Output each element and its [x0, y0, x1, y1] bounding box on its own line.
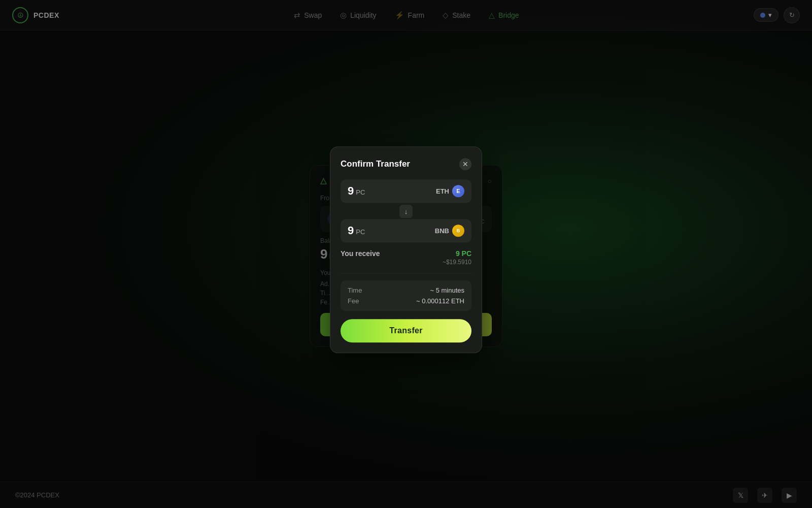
dialog-header: Confirm Transfer ✕: [341, 158, 471, 170]
from-token-symbol: PC: [356, 188, 365, 196]
eth-chain-letter: E: [456, 188, 460, 194]
to-token-amount: 9 PC: [348, 224, 365, 237]
bnb-chain-icon: B: [452, 225, 464, 237]
from-token-amount: 9 PC: [348, 184, 365, 198]
dialog-title: Confirm Transfer: [341, 159, 410, 169]
transfer-confirm-button[interactable]: Transfer: [341, 319, 471, 342]
close-button[interactable]: ✕: [459, 158, 471, 170]
from-chain-label: ETH: [436, 187, 449, 195]
to-chain-badge: BNB B: [435, 225, 464, 237]
to-token-row: 9 PC BNB B: [341, 219, 471, 242]
down-arrow-icon: ↓: [399, 205, 413, 218]
receive-amount: 9 PC: [456, 249, 471, 258]
separator: [341, 273, 471, 273]
from-token-row: 9 PC ETH E: [341, 179, 471, 203]
swap-arrow-divider: ↓: [341, 205, 471, 218]
from-chain-badge: ETH E: [436, 185, 464, 197]
fee-value: ~ 0.000112 ETH: [416, 297, 464, 305]
fee-info-box: Time ~ 5 minutes Fee ~ 0.000112 ETH: [341, 280, 471, 311]
receive-label: You receive: [341, 249, 380, 258]
fee-label: Fee: [348, 297, 359, 305]
receive-usd-value: ~$19.5910: [341, 259, 471, 266]
receive-section: You receive 9 PC ~$19.5910: [341, 249, 471, 266]
time-fee-row: Time ~ 5 minutes: [348, 287, 464, 294]
time-label: Time: [348, 287, 362, 294]
fee-fee-row: Fee ~ 0.000112 ETH: [348, 297, 464, 305]
confirm-transfer-dialog: Confirm Transfer ✕ 9 PC ETH E ↓ 9 PC BNB…: [330, 146, 482, 353]
receive-row: You receive 9 PC: [341, 249, 471, 258]
eth-chain-icon: E: [452, 185, 464, 197]
from-amount-number: 9: [348, 184, 354, 198]
to-amount-number: 9: [348, 224, 354, 237]
bnb-chain-letter: B: [457, 228, 460, 233]
to-chain-label: BNB: [435, 227, 449, 235]
time-value: ~ 5 minutes: [430, 287, 464, 294]
to-token-symbol: PC: [356, 228, 365, 236]
